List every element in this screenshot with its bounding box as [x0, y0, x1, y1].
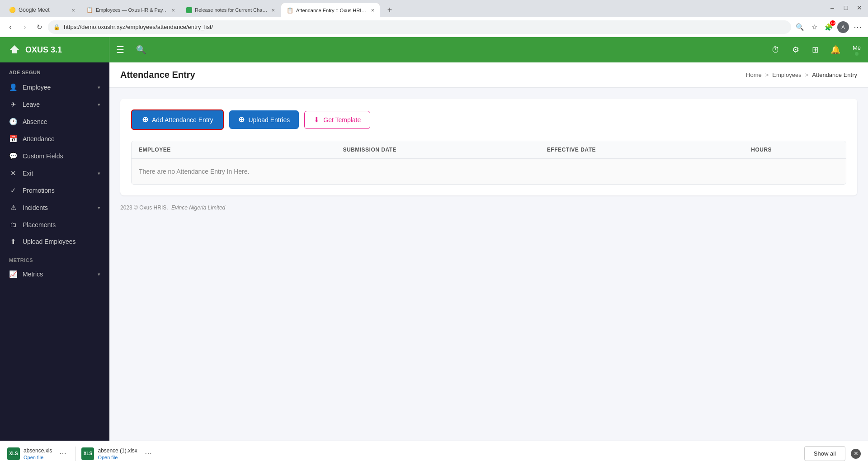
sidebar-item-employee[interactable]: 👤 Employee ▾	[0, 79, 109, 96]
download-item-1: XLS absence.xls Open file ⋯	[7, 447, 70, 460]
clock-icon: ⏱	[772, 45, 780, 55]
grid-button[interactable]: ⊞	[806, 37, 826, 62]
browser-profile-icon[interactable]: A	[837, 21, 849, 33]
chat-icon: 💬	[9, 152, 17, 160]
get-template-button[interactable]: ⬇ Get Template	[304, 111, 370, 129]
browser-tab-3[interactable]: Release notes for Current Chan... ×	[181, 3, 280, 17]
sidebar-item-attendance[interactable]: 📅 Attendance	[0, 130, 109, 147]
empty-state-row: There are no Attendance Entry In Here.	[132, 159, 846, 184]
browser-tab-2[interactable]: 📋 Employees — Oxus HR & Payrol... ×	[81, 3, 180, 17]
back-button[interactable]: ‹	[5, 21, 16, 33]
logo-text: OXUS 3.1	[25, 45, 62, 55]
me-label: Me	[853, 44, 861, 51]
browser-tab-4[interactable]: 📋 Attendance Entry :: Oxus HRIS 3... ×	[281, 3, 380, 17]
sidebar-label-exit: Exit	[23, 170, 92, 177]
sidebar-label-upload-employees: Upload Employees	[23, 238, 100, 245]
sidebar-item-incidents[interactable]: ⚠ Incidents ▾	[0, 199, 109, 216]
tab4-close[interactable]: ×	[371, 7, 374, 14]
browser-search-icon[interactable]: 🔍	[794, 21, 806, 33]
tab1-favicon: 🟡	[9, 7, 16, 13]
breadcrumb: Home > Employees > Attendance Entry	[746, 71, 857, 78]
upload-entries-button[interactable]: ⊕ Upload Entries	[229, 110, 299, 129]
sidebar-item-absence[interactable]: 🕐 Absence	[0, 113, 109, 130]
maximize-button[interactable]: □	[841, 3, 851, 13]
company-name: Evince Nigeria Limited	[171, 204, 225, 211]
tab2-title: Employees — Oxus HR & Payrol...	[96, 7, 169, 13]
breadcrumb-sep-2: >	[805, 71, 809, 78]
show-all-button[interactable]: Show all	[804, 446, 845, 461]
close-window-button[interactable]: ✕	[854, 3, 864, 13]
sidebar-item-custom-fields[interactable]: 💬 Custom Fields	[0, 147, 109, 165]
file1-more-button[interactable]: ⋯	[56, 447, 70, 460]
browser-tab-1[interactable]: 🟡 Google Meet ×	[4, 3, 80, 17]
sidebar-item-promotions[interactable]: ✓ Promotions	[0, 182, 109, 199]
xls-file-icon-2: XLS	[81, 447, 94, 460]
x-icon: ✕	[9, 169, 17, 177]
tab1-close[interactable]: ×	[71, 7, 75, 14]
gear-icon: ⚙	[792, 45, 799, 55]
sidebar-item-leave[interactable]: ✈ Leave ▾	[0, 96, 109, 113]
browser-more-icon[interactable]: ⋯	[852, 21, 863, 33]
add-attendance-entry-button[interactable]: ⊕ Add Attendance Entry	[131, 109, 224, 130]
page-footer: 2023 © Oxus HRIS. Evince Nigeria Limited	[120, 195, 857, 214]
tab3-close[interactable]: ×	[271, 7, 275, 14]
tab2-close[interactable]: ×	[171, 7, 175, 14]
lock-icon: 🔒	[53, 24, 60, 30]
upload-icon: ⬆	[9, 238, 17, 246]
sidebar-toggle-button[interactable]: ☰	[109, 37, 131, 62]
bell-icon: 🔔	[830, 45, 840, 55]
sidebar-label-employee: Employee	[23, 84, 92, 91]
breadcrumb-current: Attendance Entry	[812, 71, 857, 78]
add-tab-button[interactable]: +	[383, 4, 396, 16]
tab3-favicon	[186, 7, 192, 13]
copyright-text: 2023 © Oxus HRIS.	[120, 204, 168, 211]
calendar-icon: 📅	[9, 135, 17, 143]
chart-icon: 📈	[9, 270, 17, 278]
sidebar-item-upload-employees[interactable]: ⬆ Upload Employees	[0, 233, 109, 250]
browser-extensions-icon[interactable]: 🧩 10	[823, 21, 835, 33]
add-attendance-label: Add Attendance Entry	[152, 116, 213, 124]
clock-button[interactable]: ⏱	[766, 37, 786, 62]
breadcrumb-employees[interactable]: Employees	[772, 71, 801, 78]
content-area: Attendance Entry Home > Employees > Atte…	[109, 62, 868, 441]
sidebar-user-label: ADE SEGUN	[0, 62, 109, 79]
file2-more-button[interactable]: ⋯	[141, 447, 156, 460]
chevron-down-icon-5: ▾	[98, 271, 100, 277]
chevron-down-icon-4: ▾	[98, 205, 100, 211]
page-title: Attendance Entry	[120, 70, 195, 80]
browser-star-icon[interactable]: ☆	[808, 21, 820, 33]
address-bar[interactable]: 🔒 https://demo.oxushr.xyz/employees/atte…	[48, 20, 791, 34]
search-button[interactable]: 🔍	[131, 37, 151, 62]
tab4-title: Attendance Entry :: Oxus HRIS 3...	[296, 8, 368, 13]
sidebar-label-absence: Absence	[23, 118, 100, 125]
upload-entries-label: Upload Entries	[248, 116, 290, 124]
sidebar-label-custom-fields: Custom Fields	[23, 152, 100, 160]
sidebar-item-metrics[interactable]: 📈 Metrics ▾	[0, 266, 109, 283]
settings-button[interactable]: ⚙	[786, 37, 806, 62]
file1-open-link[interactable]: Open file	[24, 455, 52, 460]
forward-button[interactable]: ›	[19, 21, 31, 33]
bottom-bar: XLS absence.xls Open file ⋯ XLS absence …	[0, 441, 868, 466]
logo-icon	[8, 43, 21, 56]
sidebar-item-exit[interactable]: ✕ Exit ▾	[0, 165, 109, 182]
minimize-button[interactable]: –	[827, 3, 837, 13]
sidebar-label-placements: Placements	[23, 221, 100, 228]
attendance-table: EMPLOYEE SUBMISSION DATE EFFECTIVE DATE …	[131, 141, 846, 185]
logo-area: OXUS 3.1	[0, 37, 109, 62]
sidebar-label-incidents: Incidents	[23, 204, 92, 211]
plus-icon-add: ⊕	[142, 115, 148, 124]
sidebar-label-attendance: Attendance	[23, 135, 100, 143]
close-bar-button[interactable]: ✕	[851, 449, 861, 459]
reload-button[interactable]: ↻	[33, 21, 45, 33]
person-icon: 👤	[9, 83, 17, 91]
checkmark-icon: ✓	[9, 186, 17, 195]
chevron-down-icon-2: ▾	[98, 102, 100, 108]
notifications-button[interactable]: 🔔	[826, 37, 845, 62]
tab1-title: Google Meet	[19, 7, 69, 13]
file2-open-link[interactable]: Open file	[98, 455, 137, 460]
table-header: EMPLOYEE SUBMISSION DATE EFFECTIVE DATE …	[132, 141, 846, 159]
tab3-title: Release notes for Current Chan...	[195, 7, 269, 13]
me-button[interactable]: Me	[845, 37, 868, 62]
breadcrumb-home[interactable]: Home	[746, 71, 762, 78]
sidebar-item-placements[interactable]: 🗂 Placements	[0, 216, 109, 233]
